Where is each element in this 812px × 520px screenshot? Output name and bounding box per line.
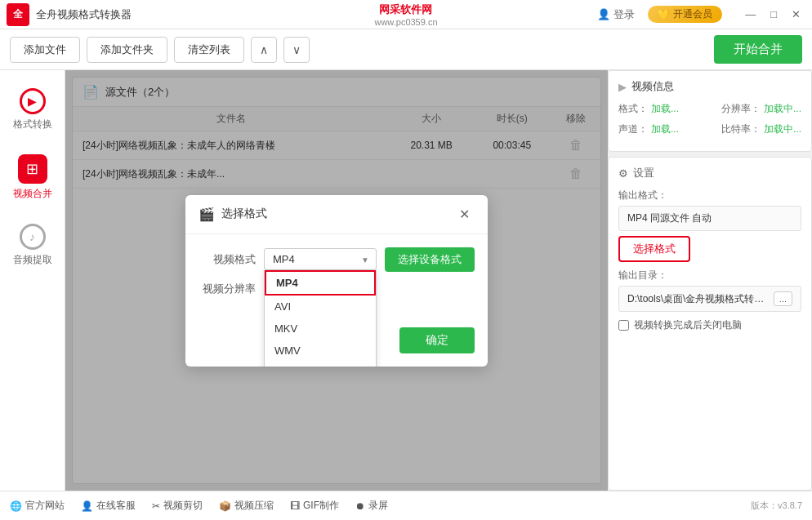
format-info-value: 加载... (651, 102, 679, 116)
settings-header: ⚙ 设置 (618, 166, 801, 180)
format-row: 视频格式 MP4 MP4 AVI MKV WMV FLV F (199, 247, 475, 272)
audio-info-label: 声道： (618, 122, 648, 136)
video-info-panel: ▶ 视频信息 格式： 加载... 分辨率： 加载中... 声道： 加载... 比… (608, 70, 812, 152)
cut-icon: ✂ (152, 500, 160, 512)
resolution-label: 视频分辨率 (199, 282, 256, 296)
format-option-flv[interactable]: FLV (265, 362, 376, 367)
sidebar-item-merge-label: 视频合并 (13, 187, 52, 201)
main-container: ▶ 格式转换 ⊞ 视频合并 ♪ 音频提取 📄 源文件（2个） 文件名 大小 (0, 70, 812, 491)
add-file-button[interactable]: 添加文件 (10, 37, 80, 63)
shutdown-checkbox[interactable] (618, 320, 629, 331)
minimize-button[interactable]: — (740, 7, 761, 22)
sidebar-item-merge[interactable]: ⊞ 视频合并 (0, 143, 65, 212)
format-select-wrapper: MP4 MP4 AVI MKV WMV FLV F4V SWF GIF (264, 248, 377, 270)
gif-label: GIF制作 (303, 499, 339, 513)
service-label: 在线客服 (96, 499, 136, 513)
format-option-mp4[interactable]: MP4 (265, 270, 376, 296)
output-format-label: 输出格式： (618, 189, 801, 202)
settings-title: 设置 (633, 166, 654, 180)
restore-button[interactable]: □ (765, 7, 782, 22)
official-label: 官方网站 (25, 499, 65, 513)
choose-device-button[interactable]: 选择设备格式 (385, 247, 475, 272)
shutdown-label: 视频转换完成后关闭电脑 (634, 318, 742, 332)
output-dir-label: 输出目录： (618, 269, 801, 282)
format-select-display[interactable]: MP4 (264, 248, 377, 270)
bitrate-info-label: 比特率： (721, 122, 761, 136)
video-info-title: 视频信息 (631, 79, 674, 94)
sidebar-item-audio[interactable]: ♪ 音频提取 (0, 212, 65, 278)
output-format-setting: 输出格式： MP4 同源文件 自动 选择格式 (618, 189, 801, 262)
right-panel: ▶ 视频信息 格式： 加载... 分辨率： 加载中... 声道： 加载... 比… (608, 70, 812, 491)
login-button[interactable]: 👤 登录 (597, 7, 635, 22)
resolution-info-value: 加载中... (764, 102, 801, 116)
format-label: 视频格式 (199, 252, 256, 267)
official-icon: 🌐 (10, 500, 22, 512)
move-up-button[interactable]: ∧ (251, 37, 277, 63)
bottom-service[interactable]: 👤 在线客服 (81, 499, 136, 513)
video-info-header: ▶ 视频信息 (618, 79, 801, 94)
sidebar: ▶ 格式转换 ⊞ 视频合并 ♪ 音频提取 (0, 70, 65, 491)
modal-overlay: 🎬 选择格式 ✕ 视频格式 MP4 MP4 (65, 70, 608, 491)
bottom-record[interactable]: ⏺ 录屏 (355, 499, 388, 513)
sidebar-item-format-label: 格式转换 (13, 118, 52, 131)
record-label: 录屏 (368, 499, 388, 513)
selected-format-text: MP4 (273, 253, 295, 265)
modal-header: 🎬 选择格式 ✕ (185, 195, 488, 234)
modal-title-icon: 🎬 (199, 207, 215, 222)
vip-icon: 💛 (658, 9, 670, 20)
merge-icon: ⊞ (18, 154, 47, 184)
bottom-cut[interactable]: ✂ 视频剪切 (152, 499, 203, 513)
output-dir-box: D:\tools\桌面\金舟视频格式转换器 ... (618, 286, 801, 312)
output-dir-setting: 输出目录： D:\tools\桌面\金舟视频格式转换器 ... (618, 269, 801, 312)
settings-panel: ⚙ 设置 输出格式： MP4 同源文件 自动 选择格式 输出目录： D:\too… (608, 157, 812, 491)
shutdown-checkbox-row: 视频转换完成后关闭电脑 (618, 318, 801, 332)
format-dropdown: MP4 AVI MKV WMV FLV F4V SWF GIF (264, 270, 377, 367)
format-info-label: 格式： (618, 102, 648, 116)
app-logo: 全 (7, 3, 29, 26)
confirm-button[interactable]: 确定 (399, 327, 475, 353)
settings-icon: ⚙ (618, 167, 628, 180)
cut-label: 视频剪切 (163, 499, 203, 513)
format-icon: ▶ (20, 88, 46, 114)
content-area: 📄 源文件（2个） 文件名 大小 时长(s) 移除 [24小时]网络视频乱象：未… (65, 70, 608, 491)
titlebar-controls: 👤 登录 💛 开通会员 — □ ✕ (597, 6, 805, 23)
compress-icon: 📦 (219, 500, 231, 512)
format-option-wmv[interactable]: WMV (265, 340, 376, 362)
format-option-avi[interactable]: AVI (265, 296, 376, 318)
modal-body: 视频格式 MP4 MP4 AVI MKV WMV FLV F (185, 234, 488, 319)
output-format-value: MP4 同源文件 自动 (618, 206, 801, 231)
bottom-official[interactable]: 🌐 官方网站 (10, 499, 65, 513)
gif-icon: 🎞 (290, 500, 300, 512)
add-folder-button[interactable]: 添加文件夹 (87, 37, 167, 63)
select-format-button[interactable]: 选择格式 (618, 236, 690, 262)
audio-info-value: 加载... (651, 122, 679, 136)
start-merge-button[interactable]: 开始合并 (714, 35, 802, 64)
compress-label: 视频压缩 (234, 499, 274, 513)
sidebar-item-format[interactable]: ▶ 格式转换 (0, 77, 65, 143)
watermark-site: 网采软件网 (379, 2, 432, 17)
modal-close-button[interactable]: ✕ (454, 205, 475, 224)
format-info-row: 格式： 加载... 分辨率： 加载中... (618, 102, 801, 116)
format-option-mkv[interactable]: MKV (265, 318, 376, 340)
login-label: 登录 (613, 7, 635, 22)
bottom-gif[interactable]: 🎞 GIF制作 (290, 499, 339, 513)
clear-list-button[interactable]: 清空列表 (174, 37, 244, 63)
bottom-compress[interactable]: 📦 视频压缩 (219, 499, 274, 513)
move-down-button[interactable]: ∨ (283, 37, 310, 63)
vip-button[interactable]: 💛 开通会员 (648, 6, 722, 23)
format-modal: 🎬 选择格式 ✕ 视频格式 MP4 MP4 (185, 195, 488, 367)
modal-title: 🎬 选择格式 (199, 207, 267, 222)
modal-title-text: 选择格式 (221, 207, 267, 221)
close-button[interactable]: ✕ (787, 7, 805, 22)
version-text: 版本：v3.8.7 (751, 500, 802, 512)
user-icon: 👤 (597, 8, 610, 20)
browse-button[interactable]: ... (774, 291, 792, 306)
toolbar: 添加文件 添加文件夹 清空列表 ∧ ∨ 开始合并 (0, 29, 812, 70)
resolution-info-label: 分辨率： (721, 102, 761, 116)
record-icon: ⏺ (355, 500, 365, 512)
bitrate-info-value: 加载中... (764, 122, 801, 136)
bottombar: 🌐 官方网站 👤 在线客服 ✂ 视频剪切 📦 视频压缩 🎞 GIF制作 ⏺ 录屏… (0, 491, 812, 520)
vip-label: 开通会员 (673, 7, 712, 21)
titlebar: 全 全舟视频格式转换器 网采软件网 www.pc0359.cn 👤 登录 💛 开… (0, 0, 812, 29)
service-icon: 👤 (81, 500, 93, 512)
